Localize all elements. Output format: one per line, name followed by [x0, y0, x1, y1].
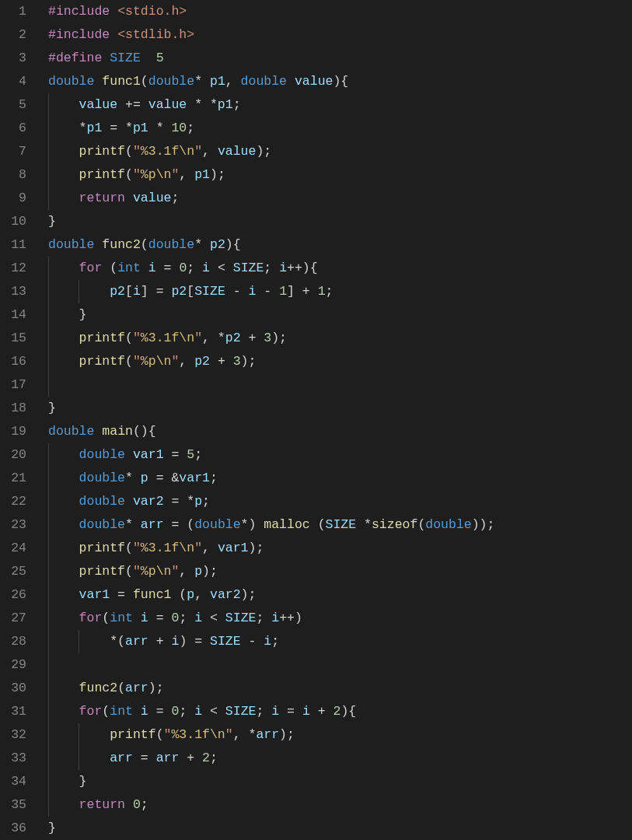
token-punc: );: [279, 727, 295, 742]
code-line[interactable]: for(int i = 0; i < SIZE; i = i + 2){: [48, 700, 632, 723]
code-line[interactable]: #include <stdio.h>: [48, 0, 632, 23]
line-number: 18: [8, 397, 26, 420]
token-var: p1: [87, 121, 103, 135]
token-str: ": [171, 564, 179, 579]
token-punc: =: [133, 751, 156, 765]
token-punc: [287, 74, 295, 89]
token-punc: [94, 424, 102, 439]
token-var: p2: [171, 284, 187, 299]
token-punc: }: [48, 401, 56, 415]
line-number-gutter: 1234567891011121314151617181920212223242…: [0, 0, 40, 840]
token-var: p1: [133, 121, 148, 135]
code-line[interactable]: double* p = &var1;: [48, 467, 632, 490]
code-line[interactable]: }: [48, 397, 632, 420]
token-var: p1: [194, 167, 210, 182]
token-esc: %p\n: [141, 564, 172, 579]
token-punc: [125, 447, 133, 462]
line-number: 16: [8, 350, 26, 373]
code-line[interactable]: *p1 = *p1 * 10;: [48, 117, 632, 140]
token-fn: func2: [79, 681, 118, 695]
code-line[interactable]: printf("%3.1f\n", var1);: [48, 537, 632, 560]
code-line[interactable]: for(int i = 0; i < SIZE; i++): [48, 607, 632, 630]
token-var: p1: [218, 97, 233, 112]
code-line[interactable]: #define SIZE 5: [48, 47, 632, 70]
token-punc: [102, 51, 110, 65]
code-line[interactable]: }: [48, 770, 632, 793]
token-punc: [: [125, 284, 133, 299]
code-line[interactable]: return 0;: [48, 793, 632, 817]
line-number: 11: [8, 233, 26, 257]
token-punc: }: [48, 821, 56, 835]
code-line[interactable]: double main(){: [48, 420, 632, 443]
code-area[interactable]: #include <stdio.h>#include <stdlib.h>#de…: [40, 0, 632, 840]
token-str: ": [164, 727, 172, 742]
indent-guide: [48, 537, 49, 560]
token-punc: [110, 4, 117, 19]
token-punc: *: [148, 121, 172, 135]
token-punc: = &: [148, 471, 180, 485]
line-number: 10: [8, 210, 26, 233]
code-line[interactable]: printf("%3.1f\n", *arr);: [48, 723, 632, 747]
token-punc: ){: [225, 237, 241, 252]
token-var: SIZE: [225, 704, 257, 719]
token-punc: ,: [179, 564, 194, 579]
line-number: 27: [8, 607, 26, 630]
token-punc: = (: [164, 517, 195, 532]
token-var: p: [141, 471, 148, 485]
code-line[interactable]: printf("%p\n", p2 + 3);: [48, 350, 632, 373]
token-punc: , *: [233, 727, 257, 742]
code-line[interactable]: #include <stdlib.h>: [48, 23, 632, 47]
code-line[interactable]: value += value * *p1;: [48, 93, 632, 117]
token-punc: *: [125, 517, 141, 532]
token-punc: <: [202, 611, 225, 625]
token-str: ": [171, 167, 179, 182]
token-inc: <stdio.h>: [117, 4, 187, 19]
code-line[interactable]: printf("%p\n", p1);: [48, 163, 632, 187]
token-ctl: return: [79, 191, 125, 205]
code-line[interactable]: }: [48, 303, 632, 327]
token-punc: [48, 797, 79, 812]
token-punc: = *: [164, 494, 195, 509]
code-line[interactable]: double* arr = (double*) malloc (SIZE *si…: [48, 513, 632, 537]
token-punc: *): [241, 517, 264, 532]
token-punc: (: [102, 261, 117, 275]
code-line[interactable]: double func1(double* p1, double value){: [48, 70, 632, 93]
token-punc: +=: [117, 97, 148, 112]
code-line[interactable]: printf("%p\n", p);: [48, 560, 632, 583]
code-line[interactable]: p2[i] = p2[SIZE - i - 1] + 1;: [48, 280, 632, 303]
code-line[interactable]: double var1 = 5;: [48, 443, 632, 467]
code-line[interactable]: arr = arr + 2;: [48, 747, 632, 770]
token-punc: [48, 167, 79, 182]
code-line[interactable]: printf("%3.1f\n", *p2 + 3);: [48, 327, 632, 350]
code-line[interactable]: [48, 373, 632, 397]
token-punc: = *: [102, 121, 133, 135]
code-line[interactable]: [48, 653, 632, 677]
code-line[interactable]: func2(arr);: [48, 677, 632, 700]
token-str: ": [133, 354, 141, 369]
token-punc: ;: [256, 611, 271, 625]
token-str: ": [133, 144, 141, 159]
indent-guide: [48, 490, 49, 513]
code-editor[interactable]: 1234567891011121314151617181920212223242…: [0, 0, 632, 840]
token-punc: (: [102, 611, 110, 625]
token-kw: double: [79, 494, 125, 509]
token-str: ": [133, 167, 141, 182]
token-kw: double: [79, 447, 125, 462]
code-line[interactable]: double func2(double* p2){: [48, 233, 632, 257]
code-line[interactable]: var1 = func1 (p, var2);: [48, 583, 632, 607]
line-number: 35: [8, 793, 26, 817]
token-kw: double: [425, 517, 471, 532]
code-line[interactable]: }: [48, 817, 632, 840]
code-line[interactable]: for (int i = 0; i < SIZE; i++){: [48, 257, 632, 280]
token-punc: =: [279, 704, 302, 719]
token-var: i: [249, 284, 257, 299]
code-line[interactable]: printf("%3.1f\n", value);: [48, 140, 632, 163]
code-line[interactable]: }: [48, 210, 632, 233]
code-line[interactable]: return value;: [48, 187, 632, 210]
indent-guide: [79, 630, 79, 653]
token-punc: [48, 587, 79, 602]
code-line[interactable]: *(arr + i) = SIZE - i;: [48, 630, 632, 653]
token-var: value: [79, 97, 118, 112]
token-punc: -: [225, 284, 249, 299]
code-line[interactable]: double var2 = *p;: [48, 490, 632, 513]
